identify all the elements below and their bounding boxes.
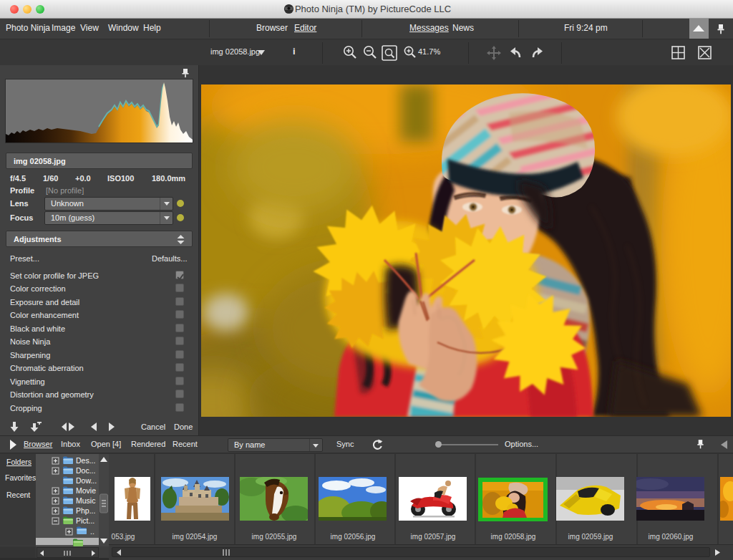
svg-text:Dow...: Dow... — [76, 476, 97, 485]
svg-text:Des...: Des... — [76, 456, 95, 465]
svg-text:Music: Music — [76, 496, 95, 505]
svg-text:Doc...: Doc... — [76, 466, 95, 475]
svg-text:Php...: Php... — [76, 506, 95, 515]
svg-text:Movie: Movie — [76, 486, 96, 495]
svg-text:Pict...: Pict... — [76, 516, 94, 525]
